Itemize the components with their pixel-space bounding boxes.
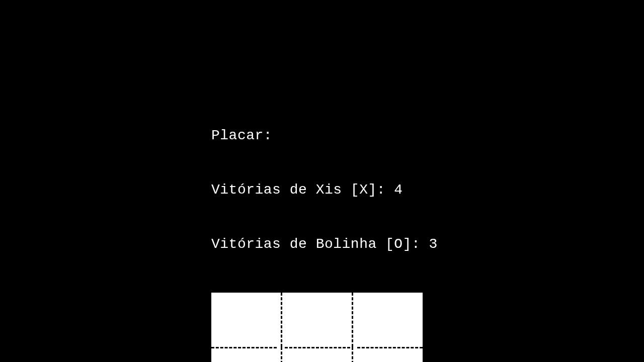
game-board: O [211,293,423,362]
score-o-line: Vitórias de Bolinha [O]: 3 [211,235,438,253]
score-title: Placar: [211,127,438,145]
score-section: Placar: Vitórias de Xis [X]: 4 Vitórias … [211,90,438,290]
cell-1-2[interactable]: O [353,347,423,362]
cell-0-1[interactable] [282,293,352,347]
cell-0-2[interactable] [353,293,423,347]
cell-1-1[interactable] [282,347,352,362]
score-x-line: Vitórias de Xis [X]: 4 [211,181,438,199]
score-o-value: 3 [429,236,438,252]
board-row-1: O [211,347,423,362]
score-x-value: 4 [394,182,403,198]
board-row-0 [211,293,423,347]
cell-1-0[interactable] [211,347,281,362]
game-container: Placar: Vitórias de Xis [X]: 4 Vitórias … [211,90,438,362]
cell-0-0[interactable] [211,293,281,347]
